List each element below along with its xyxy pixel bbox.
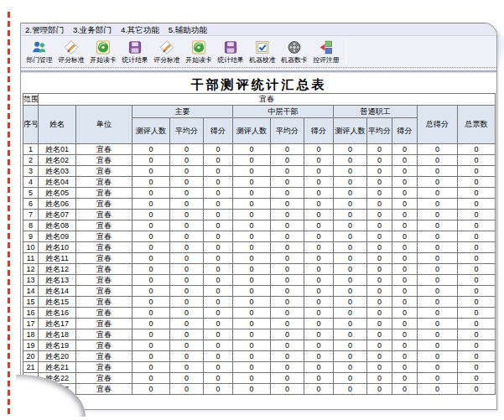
cell-value: 0 — [233, 144, 271, 155]
cell-value: 0 — [170, 275, 204, 286]
toolbar-button-10[interactable]: 控评注册 — [310, 39, 342, 64]
cell-value: 0 — [304, 199, 334, 210]
column-header-unit: 单位 — [76, 106, 132, 144]
toolbar-button-1[interactable]: 部门管理 — [23, 39, 55, 64]
cell-value: 0 — [304, 242, 334, 253]
cell-value: 0 — [367, 231, 392, 242]
cell-value: 0 — [392, 220, 418, 231]
cell-value: 0 — [392, 286, 418, 297]
cell-value: 0 — [367, 253, 392, 264]
cell-value: 0 — [233, 275, 271, 286]
row-unit: 宜春 — [76, 308, 132, 319]
cell-value: 0 — [304, 297, 334, 308]
cell-value: 0 — [334, 384, 367, 395]
cell-value: 0 — [271, 231, 304, 242]
toolbar-button-5[interactable]: 评分标准 — [151, 39, 183, 64]
cell-value: 0 — [304, 220, 334, 231]
column-group-main: 主要 — [132, 106, 233, 118]
cell-value: 0 — [418, 340, 458, 351]
column-header-average: 平均分 — [367, 118, 392, 144]
cell-value: 0 — [367, 177, 392, 188]
cell-value: 0 — [418, 155, 458, 166]
cell-value: 0 — [392, 329, 418, 340]
row-unit: 宜春 — [76, 242, 132, 253]
toolbar-button-7[interactable]: 统计结果 — [215, 39, 247, 64]
cell-value: 0 — [458, 275, 496, 286]
cell-value: 0 — [271, 166, 304, 177]
menu-item-2[interactable]: 3.业务部门 — [73, 25, 112, 34]
toolbar-button-6[interactable]: 开始读卡 — [183, 39, 215, 64]
table-row: 5姓名05宜春00000000000 — [23, 188, 496, 199]
menu-item-1[interactable]: 2.管理部门 — [25, 25, 64, 34]
cell-value: 0 — [204, 319, 233, 329]
cell-value: 0 — [392, 340, 418, 351]
cell-value: 0 — [367, 144, 392, 155]
cell-value: 0 — [334, 308, 367, 319]
cell-value: 0 — [204, 275, 233, 286]
cell-value: 0 — [304, 264, 334, 275]
cell-value: 0 — [204, 373, 233, 384]
cell-value: 0 — [132, 144, 170, 155]
toolbar-button-4[interactable]: 统计结果 — [119, 39, 151, 64]
cell-value: 0 — [170, 264, 204, 275]
cell-value: 0 — [334, 210, 367, 220]
toolbar-button-2[interactable]: 评分标准 — [55, 39, 87, 64]
row-name: 姓名13 — [39, 275, 76, 286]
cell-value: 0 — [418, 373, 458, 384]
cell-value: 0 — [418, 188, 458, 199]
cell-value: 0 — [170, 144, 204, 155]
users-icon — [31, 39, 48, 55]
menu-item-4[interactable]: 5.辅助功能 — [169, 25, 207, 34]
row-name: 姓名18 — [39, 329, 76, 340]
cell-value: 0 — [367, 319, 392, 329]
cell-value: 0 — [233, 199, 271, 210]
column-group-ordinary-staff: 普通职工 — [334, 106, 418, 118]
row-seq: 17 — [23, 319, 39, 329]
column-header-average: 平均分 — [271, 118, 304, 144]
cell-value: 0 — [132, 373, 170, 384]
cell-value: 0 — [334, 166, 367, 177]
menu-item-3[interactable]: 4.其它功能 — [121, 25, 159, 34]
cell-value: 0 — [304, 329, 334, 340]
cell-value: 0 — [392, 166, 418, 177]
cell-value: 0 — [334, 220, 367, 231]
cell-value: 0 — [367, 362, 392, 373]
cell-value: 0 — [418, 384, 458, 395]
cell-value: 0 — [418, 220, 458, 231]
cell-value: 0 — [334, 329, 367, 340]
cell-value: 0 — [418, 144, 458, 155]
table-row: 19姓名19宜春00000000000 — [23, 340, 496, 351]
cell-value: 0 — [418, 286, 458, 297]
row-name: 姓名08 — [39, 220, 76, 231]
table-row: 1姓名01宜春00000000000 — [23, 144, 496, 155]
cell-value: 0 — [392, 253, 418, 264]
toolbar-button-3[interactable]: 开始读卡 — [87, 39, 119, 64]
row-unit: 宜春 — [76, 166, 132, 177]
cell-value: 0 — [271, 210, 304, 220]
cell-value: 0 — [233, 308, 271, 319]
cell-value: 0 — [334, 253, 367, 264]
cell-value: 0 — [170, 362, 204, 373]
row-seq: 7 — [23, 210, 39, 220]
cell-value: 0 — [334, 177, 367, 188]
toolbar-separator — [346, 39, 346, 65]
toolbar-button-8[interactable]: 机器校准 — [247, 39, 278, 64]
cell-value: 0 — [304, 275, 334, 286]
toolbar-button-9[interactable]: 机器数卡 — [278, 39, 310, 64]
cell-value: 0 — [334, 199, 367, 210]
cell-value: 0 — [334, 231, 367, 242]
toolbar-button-label: 评分标准 — [58, 56, 84, 63]
cell-value: 0 — [418, 319, 458, 329]
cell-value: 0 — [132, 319, 170, 329]
cell-value: 0 — [392, 188, 418, 199]
cell-value: 0 — [170, 329, 204, 340]
cell-value: 0 — [233, 329, 271, 340]
cell-value: 0 — [170, 351, 204, 362]
cell-value: 0 — [392, 362, 418, 373]
cell-value: 0 — [458, 242, 496, 253]
cell-value: 0 — [271, 199, 304, 210]
row-seq: 5 — [23, 188, 39, 199]
column-header-score: 得分 — [304, 118, 334, 144]
cell-value: 0 — [170, 166, 204, 177]
row-name: 姓名10 — [39, 242, 76, 253]
